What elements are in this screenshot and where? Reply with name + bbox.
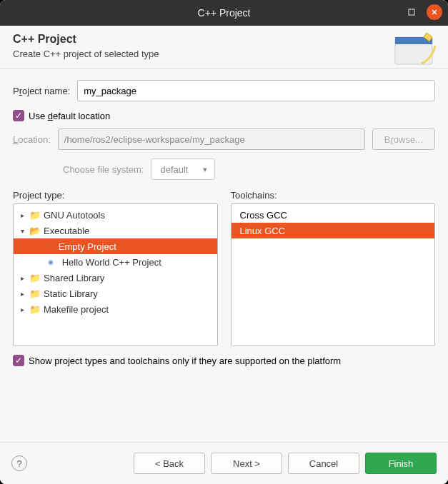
tree-item-static-library[interactable]: ▸📁Static Library — [14, 286, 217, 301]
location-row: Location: Browse... — [13, 128, 435, 150]
cancel-button[interactable]: Cancel — [288, 453, 359, 474]
finish-button[interactable]: Finish — [365, 453, 437, 474]
use-default-location-checkbox[interactable]: ✓ — [13, 110, 24, 121]
show-supported-checkbox[interactable]: ✓ — [13, 355, 24, 366]
close-icon — [431, 9, 438, 16]
file-system-select: default — [151, 158, 215, 180]
project-name-row: Project name: — [13, 80, 435, 101]
window-title: C++ Project — [198, 7, 251, 19]
toolchains-label: Toolchains: — [231, 190, 436, 201]
toolchains-list[interactable]: Cross GCC Linux GCC — [231, 203, 436, 346]
bullet-icon: ◉ — [48, 258, 54, 266]
wizard-header: C++ Project Create C++ project of select… — [0, 26, 448, 69]
tree-item-makefile-project[interactable]: ▸📁Makefile project — [14, 301, 217, 317]
file-system-row: Choose file system: default — [13, 158, 435, 180]
wizard-footer: ? < Back Next > Cancel Finish — [0, 442, 448, 484]
chevron-right-icon: ▸ — [18, 211, 26, 219]
show-supported-label: Show project types and toolchains only i… — [29, 356, 341, 366]
svg-rect-0 — [409, 9, 414, 15]
help-button[interactable]: ? — [11, 455, 27, 471]
use-default-location-label: Use default location — [29, 111, 110, 121]
use-default-location-row[interactable]: ✓ Use default location — [13, 110, 435, 121]
page-subtitle: Create C++ project of selected type — [13, 49, 435, 59]
wizard-icon — [389, 31, 439, 67]
close-button[interactable] — [427, 4, 442, 20]
back-button[interactable]: < Back — [134, 453, 205, 474]
maximize-button[interactable] — [404, 4, 419, 20]
location-label: Location: — [13, 134, 51, 145]
chevron-right-icon: ▸ — [18, 274, 26, 282]
folder-icon: 📁 — [29, 288, 41, 299]
project-type-label: Project type: — [13, 190, 218, 201]
folder-icon: 📁 — [29, 210, 41, 221]
panes: ▸📁GNU Autotools ▾📂Executable ◦ Empty Pro… — [13, 203, 435, 346]
tree-item-shared-library[interactable]: ▸📁Shared Library — [14, 270, 217, 286]
dialog-window: C++ Project C++ Project Create C++ proje… — [0, 0, 448, 484]
chevron-down-icon: ▾ — [18, 227, 26, 235]
maximize-icon — [408, 9, 415, 16]
pane-labels: Project type: Toolchains: — [13, 190, 435, 201]
project-type-tree[interactable]: ▸📁GNU Autotools ▾📂Executable ◦ Empty Pro… — [13, 203, 218, 346]
list-item-cross-gcc[interactable]: Cross GCC — [232, 207, 435, 223]
window-controls — [404, 4, 442, 20]
project-name-label: Project name: — [13, 86, 70, 96]
folder-icon: 📁 — [29, 273, 41, 283]
project-name-input[interactable] — [77, 80, 435, 101]
dialog-content: C++ Project Create C++ project of select… — [0, 26, 448, 484]
folder-open-icon: 📂 — [29, 226, 41, 236]
bullet-icon: ◦ — [48, 243, 50, 250]
chevron-right-icon: ▸ — [18, 290, 26, 298]
wizard-body: Project name: ✓ Use default location Loc… — [0, 69, 448, 442]
file-system-label: Choose file system: — [63, 164, 144, 175]
page-title: C++ Project — [13, 33, 435, 46]
tree-item-executable[interactable]: ▾📂Executable — [14, 223, 217, 238]
tree-item-hello-world[interactable]: ◉ Hello World C++ Project — [14, 254, 217, 270]
next-button[interactable]: Next > — [211, 453, 282, 474]
browse-button: Browse... — [372, 128, 435, 150]
show-supported-row[interactable]: ✓ Show project types and toolchains only… — [13, 355, 435, 366]
tree-item-empty-project[interactable]: ◦ Empty Project — [14, 238, 217, 254]
titlebar: C++ Project — [0, 0, 448, 26]
help-icon: ? — [16, 458, 21, 469]
tree-item-gnu-autotools[interactable]: ▸📁GNU Autotools — [14, 207, 217, 223]
chevron-right-icon: ▸ — [18, 306, 26, 313]
folder-icon: 📁 — [29, 304, 41, 315]
list-item-linux-gcc[interactable]: Linux GCC — [232, 223, 435, 238]
location-input — [58, 128, 365, 150]
